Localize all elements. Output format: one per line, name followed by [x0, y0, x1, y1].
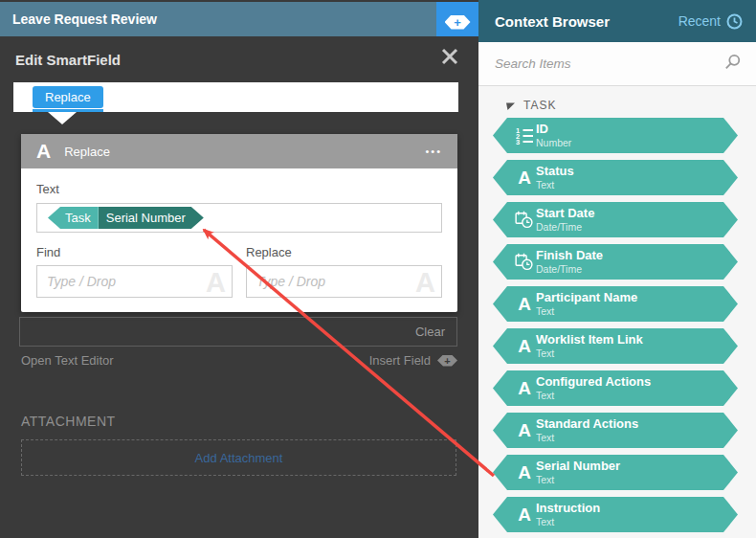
view-title-bar: Leave Request Review: [0, 2, 478, 36]
add-attachment-button[interactable]: Add Attachment: [21, 439, 456, 476]
replace-placeholder: Type / Drop: [256, 274, 325, 289]
text-icon: A: [515, 463, 534, 482]
find-column: Find Type / Drop A: [36, 245, 233, 298]
context-item-label: Serial Number: [536, 460, 620, 474]
find-replace-row: Find Type / Drop A Replace Type / Drop A: [36, 245, 442, 298]
context-item-serial-number[interactable]: ASerial NumberText: [493, 455, 738, 490]
context-item-start-date[interactable]: Start DateDate/Time: [493, 202, 738, 237]
context-browser-panel: Context Browser Recent Search Items TASK…: [478, 0, 756, 538]
text-icon: A: [515, 379, 534, 398]
context-item-type: Text: [536, 516, 600, 527]
context-item-label: Participant Name: [536, 291, 637, 305]
context-item-status[interactable]: AStatusText: [493, 160, 738, 195]
context-item-type: Text: [536, 474, 620, 485]
context-tree: TASK 123IDNumberAStatusTextStart DateDat…: [478, 87, 756, 538]
context-item-label: Start Date: [536, 207, 594, 221]
replace-column: Replace Type / Drop A: [246, 245, 442, 298]
context-item-label: Configured Actions: [536, 375, 651, 390]
tag-plus-icon: +: [445, 15, 471, 30]
context-item-worklist-item-link[interactable]: AWorklist Item LinkText: [493, 328, 738, 364]
field-token-name: Serial Number: [99, 207, 204, 229]
context-item-standard-actions[interactable]: AStandard ActionsText: [493, 413, 738, 448]
context-item-participant-name[interactable]: AParticipant NameText: [493, 286, 738, 322]
attachment-section-heading: ATTACHMENT: [21, 414, 116, 429]
find-placeholder: Type / Drop: [47, 274, 116, 289]
text-icon: A: [515, 337, 534, 356]
text-icon: A: [515, 168, 534, 188]
context-item-label: ID: [536, 123, 571, 137]
text-field-label: Text: [36, 182, 442, 196]
designer-panel: Leave Request Review + Edit SmartField R…: [0, 0, 478, 538]
open-text-editor-link[interactable]: Open Text Editor: [21, 353, 114, 368]
field-token-scope: Task: [48, 207, 99, 229]
context-item-configured-actions[interactable]: AConfigured ActionsText: [493, 370, 738, 406]
tab-replace[interactable]: Replace: [33, 86, 103, 108]
context-item-type: Text: [536, 347, 643, 359]
text-watermark-icon: A: [415, 267, 435, 299]
context-item-type: Date/Time: [536, 221, 594, 233]
replace-label: Replace: [246, 245, 442, 259]
text-field-input[interactable]: Task Serial Number: [36, 203, 442, 233]
context-item-type: Text: [536, 179, 574, 191]
tab-caret: [48, 112, 77, 124]
context-browser-header: Context Browser Recent: [478, 0, 756, 42]
modal-overlay: Edit SmartField Replace A Replace ••• Te…: [0, 36, 478, 538]
svg-text:3: 3: [516, 138, 520, 145]
editor-links-row: Open Text Editor Insert Field +: [21, 353, 457, 368]
numbered-list-icon: 123: [515, 126, 534, 146]
find-input[interactable]: Type / Drop A: [36, 265, 233, 298]
field-token[interactable]: Task Serial Number: [48, 207, 204, 229]
date-icon: [515, 211, 534, 230]
text-icon: A: [515, 421, 534, 440]
clock-icon: [726, 13, 743, 30]
ellipsis-menu-icon[interactable]: •••: [425, 146, 442, 157]
smartfield-tab-strip: Replace: [13, 82, 458, 112]
text-function-icon: A: [36, 140, 51, 163]
clear-button[interactable]: Clear: [19, 317, 457, 347]
expanded-triangle-icon: [506, 101, 515, 110]
text-icon: A: [515, 295, 534, 314]
search-icon: [724, 54, 741, 74]
search-input[interactable]: Search Items: [478, 42, 756, 86]
context-item-label: Status: [536, 165, 574, 179]
context-item-label: Worklist Item Link: [536, 333, 643, 347]
date-icon: [515, 253, 534, 272]
replace-card-title: Replace: [64, 145, 110, 159]
context-item-finish-date[interactable]: Finish DateDate/Time: [493, 244, 738, 280]
text-icon: A: [515, 505, 534, 525]
insert-field-link[interactable]: Insert Field +: [369, 353, 457, 368]
context-item-type: Number: [536, 137, 571, 148]
screen: Leave Request Review + Edit SmartField R…: [0, 0, 756, 538]
search-placeholder: Search Items: [495, 56, 571, 71]
replace-input[interactable]: Type / Drop A: [246, 265, 442, 298]
recent-link[interactable]: Recent: [678, 13, 743, 30]
find-label: Find: [36, 245, 233, 259]
context-item-label: Finish Date: [536, 249, 603, 263]
replace-smartfield-card: A Replace ••• Text Task Serial Number: [21, 134, 457, 312]
context-item-type: Date/Time: [536, 263, 603, 275]
tree-group-label: TASK: [523, 99, 556, 112]
context-item-label: Instruction: [536, 502, 600, 516]
tree-node-task[interactable]: TASK: [478, 95, 756, 116]
modal-title: Edit SmartField: [15, 52, 121, 68]
context-item-type: Text: [536, 432, 638, 443]
text-watermark-icon: A: [206, 267, 226, 299]
close-icon[interactable]: [441, 48, 458, 65]
context-item-type: Text: [536, 305, 637, 317]
recent-label: Recent: [678, 13, 721, 29]
tag-plus-icon: +: [437, 355, 457, 367]
context-item-type: Text: [536, 390, 651, 401]
context-item-list: 123IDNumberAStatusTextStart DateDate/Tim…: [478, 118, 756, 532]
view-title: Leave Request Review: [12, 11, 157, 27]
context-item-label: Standard Actions: [536, 417, 638, 432]
replace-card-header: A Replace •••: [21, 134, 457, 168]
context-item-instruction[interactable]: AInstructionText: [493, 497, 738, 532]
replace-card-body: Text Task Serial Number Find Type / Drop: [21, 168, 457, 298]
context-browser-title: Context Browser: [495, 13, 610, 30]
context-item-id[interactable]: 123IDNumber: [493, 118, 738, 153]
insert-field-label: Insert Field: [369, 353, 431, 368]
